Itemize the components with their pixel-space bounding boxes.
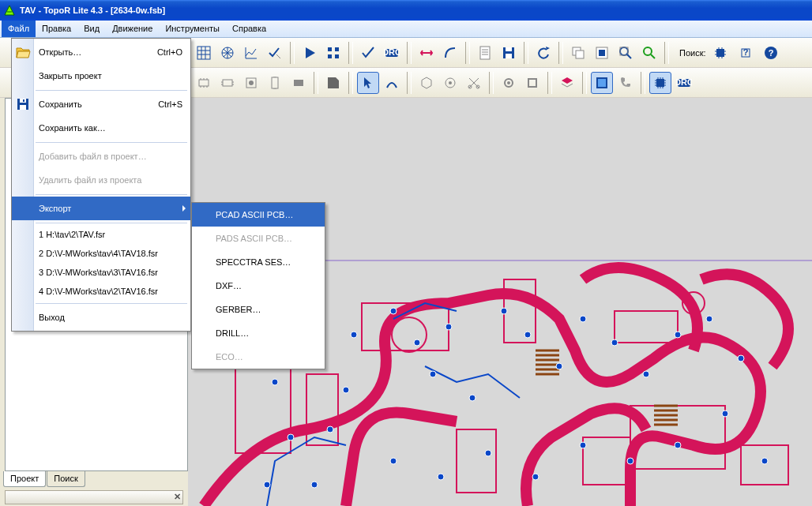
menu-file[interactable]: Файл <box>2 21 36 37</box>
floppy-icon <box>15 96 31 112</box>
menu-item-save-as[interactable]: Сохранить как… <box>12 116 190 140</box>
svg-rect-3 <box>335 47 339 51</box>
toolbar-comp3-icon[interactable] <box>240 72 262 94</box>
toolbar-square-icon[interactable] <box>521 72 543 94</box>
toolbar-check-pencil-icon[interactable] <box>264 42 286 64</box>
menu-item-shortcut: Ctrl+O <box>157 47 182 57</box>
menu-item-export-drill[interactable]: DRILL… <box>192 321 325 345</box>
help-icon[interactable]: ? <box>760 42 782 64</box>
toolbar-drc-icon[interactable]: DRC <box>381 42 403 64</box>
toolbar-play-icon[interactable] <box>299 42 321 64</box>
svg-rect-38 <box>598 79 606 87</box>
tab-project[interactable]: Проект <box>3 471 46 487</box>
toolbar-zoom-extent-icon[interactable] <box>615 42 637 64</box>
menu-item-label: Добавить файл в проект… <box>39 152 147 161</box>
toolbar-document-icon[interactable] <box>474 42 496 64</box>
toolbar-layers-toggle-icon[interactable] <box>591 72 613 94</box>
toolbar-via-icon[interactable] <box>498 72 520 94</box>
svg-point-74 <box>430 371 436 377</box>
toolbar-route-icon[interactable] <box>381 72 403 94</box>
menu-item-save[interactable]: Сохранить Ctrl+S <box>12 92 190 116</box>
toolbar-comp5-icon[interactable] <box>288 72 310 94</box>
toolbar-drc2-icon[interactable]: DRC <box>673 72 695 94</box>
menu-item-add-file: Добавить файл в проект… <box>12 144 190 168</box>
svg-point-73 <box>445 324 452 330</box>
menu-item-label: DXF… <box>216 281 242 290</box>
svg-rect-24 <box>199 80 209 86</box>
toolbar-chip-toggle-icon[interactable] <box>649 72 671 94</box>
left-panel-close-icon[interactable]: ✕ <box>171 490 183 503</box>
menu-item-label: Выход <box>39 313 65 322</box>
toolbar-grid2-icon[interactable] <box>322 42 344 64</box>
svg-point-35 <box>507 81 510 84</box>
svg-rect-5 <box>335 54 339 58</box>
search-chip-icon[interactable] <box>709 42 731 64</box>
menu-item-label: DRILL… <box>216 328 249 338</box>
toolbar-check-icon[interactable] <box>357 42 379 64</box>
menu-movement[interactable]: Движение <box>106 21 159 37</box>
menu-item-label: 2 D:\V-MWorks\tav\4\TAV18.fsr <box>39 249 158 258</box>
search-help-chip-icon[interactable]: ? <box>735 42 757 64</box>
menu-item-label: PCAD ASCII PCB… <box>216 210 293 219</box>
toolbar-pointer-icon[interactable] <box>357 72 379 94</box>
toolbar-hex-icon[interactable] <box>415 72 438 94</box>
svg-point-91 <box>438 474 444 480</box>
menu-item-close-project[interactable]: Закрыть проект <box>12 64 190 88</box>
menu-item-export-gerber[interactable]: GERBER… <box>192 298 325 321</box>
toolbar-comp1-icon[interactable] <box>193 72 215 94</box>
svg-rect-28 <box>272 77 278 88</box>
toolbar-region-icon[interactable] <box>322 72 344 94</box>
menu-item-export-pcad[interactable]: PCAD ASCII PCB… <box>192 203 325 227</box>
menu-help[interactable]: Справка <box>226 21 273 37</box>
svg-rect-15 <box>599 50 605 56</box>
svg-point-77 <box>524 332 531 338</box>
app-icon <box>3 4 16 17</box>
svg-rect-2 <box>328 47 332 51</box>
toolbar-chart-icon[interactable] <box>240 42 262 64</box>
toolbar-comp4-icon[interactable] <box>264 72 286 94</box>
svg-rect-36 <box>528 79 536 87</box>
toolbar-copy-icon[interactable] <box>567 42 589 64</box>
toolbar-zoom-icon[interactable] <box>638 42 660 64</box>
svg-point-70 <box>351 332 357 338</box>
menu-item-label: Сохранить <box>39 99 82 109</box>
svg-rect-10 <box>506 47 512 51</box>
menu-item-export-dxf[interactable]: DXF… <box>192 274 325 298</box>
menu-item-recent-3[interactable]: 3 D:\V-MWorks\tav\3\TAV16.fsr <box>12 263 190 282</box>
menu-item-recent-4[interactable]: 4 D:\V-MWorks\tav\2\TAV16.fsr <box>12 282 190 301</box>
toolbar-settings-icon[interactable] <box>591 42 613 64</box>
tab-search[interactable]: Поиск <box>47 471 85 487</box>
toolbar-comp2-icon[interactable] <box>216 72 239 94</box>
menu-item-export-specctra[interactable]: SPECCTRA SES… <box>192 250 325 274</box>
svg-point-16 <box>620 47 628 55</box>
menu-edit[interactable]: Правка <box>36 21 77 37</box>
menu-item-exit[interactable]: Выход <box>12 305 190 329</box>
svg-point-90 <box>485 450 491 456</box>
toolbar-grid-icon[interactable] <box>193 42 215 64</box>
search-box: Поиск: ? ? <box>679 42 782 64</box>
menu-item-label: Открыть… <box>39 47 81 57</box>
toolbar-cut-icon[interactable] <box>463 72 485 94</box>
menu-item-export[interactable]: Экспорт <box>12 197 190 220</box>
toolbar-save-icon[interactable] <box>498 42 520 64</box>
menu-view[interactable]: Вид <box>77 21 106 37</box>
svg-point-31 <box>449 81 452 84</box>
svg-point-69 <box>343 387 349 393</box>
toolbar-width-icon[interactable] <box>415 42 438 64</box>
menu-item-recent-2[interactable]: 2 D:\V-MWorks\tav\4\TAV18.fsr <box>12 244 190 263</box>
menu-item-open[interactable]: Открыть… Ctrl+O <box>12 40 190 64</box>
menu-item-label: GERBER… <box>216 305 261 314</box>
toolbar-undo-icon[interactable] <box>532 42 554 64</box>
toolbar-layer-icon[interactable] <box>556 72 578 94</box>
toolbar-target-icon[interactable] <box>439 72 461 94</box>
left-panel-grip[interactable] <box>5 490 183 504</box>
menu-item-label: ECO… <box>216 352 243 362</box>
menu-item-label: 1 H:\tav\2\TAV.fsr <box>39 230 105 239</box>
toolbar-web-icon[interactable] <box>216 42 239 64</box>
menu-item-recent-1[interactable]: 1 H:\tav\2\TAV.fsr <box>12 225 190 244</box>
svg-point-75 <box>469 395 476 401</box>
menu-tools[interactable]: Инструменты <box>159 21 226 37</box>
svg-point-72 <box>414 339 420 346</box>
toolbar-arc-icon[interactable] <box>439 42 461 64</box>
toolbar-phone-icon[interactable] <box>615 72 637 94</box>
